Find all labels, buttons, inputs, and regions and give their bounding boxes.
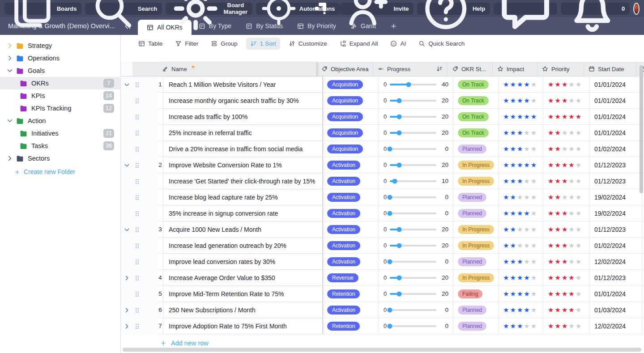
progress-thumb[interactable] — [397, 291, 401, 296]
star-icon[interactable]: ★ — [554, 161, 561, 169]
star-icon[interactable]: ★ — [576, 177, 582, 185]
star-icon[interactable]: ★ — [503, 322, 510, 330]
priority-cell[interactable]: ★★★★★ — [543, 141, 590, 157]
star-icon[interactable]: ★ — [562, 177, 568, 185]
chevron-right-icon[interactable] — [6, 155, 13, 162]
star-icon[interactable]: ★ — [554, 306, 561, 314]
avatar[interactable] — [633, 3, 640, 15]
status-badge[interactable]: Failing — [458, 289, 482, 298]
okr-status-cell[interactable]: On Track — [453, 125, 499, 141]
column-header-impact[interactable]: Impact — [493, 62, 537, 77]
star-icon[interactable]: ★ — [548, 81, 554, 89]
chevron-down-icon[interactable] — [6, 67, 13, 74]
star-icon[interactable]: ★ — [510, 161, 516, 169]
star-icon[interactable]: ★ — [554, 274, 561, 282]
objective-area-cell[interactable]: Activation — [323, 189, 379, 205]
objective-area-cell[interactable]: Activation — [323, 238, 379, 254]
sidebar-item-kpis-tracking[interactable]: KPIs Tracking12 — [0, 102, 120, 115]
star-icon[interactable]: ★ — [548, 242, 554, 250]
progress-slider[interactable] — [390, 100, 436, 102]
name-cell[interactable]: Increase 'Get Started' their click-throu… — [163, 173, 323, 189]
star-icon[interactable]: ★ — [548, 322, 554, 330]
priority-cell[interactable]: ★★★★★ — [543, 254, 590, 270]
star-icon[interactable]: ★ — [554, 225, 561, 234]
toolbar-filter[interactable]: Filter — [171, 38, 202, 50]
objective-area-cell[interactable]: Acquisition — [323, 109, 379, 125]
status-badge[interactable]: On Track — [458, 96, 489, 105]
chevron-right-icon[interactable] — [6, 42, 13, 49]
sidebar-item-sectors[interactable]: Sectors — [0, 152, 120, 165]
progress-thumb[interactable] — [392, 179, 397, 183]
progress-thumb[interactable] — [397, 114, 401, 119]
star-icon[interactable]: ★ — [524, 97, 530, 105]
star-icon[interactable]: ★ — [568, 306, 575, 314]
star-icon[interactable]: ★ — [503, 225, 510, 234]
star-icon[interactable]: ★ — [568, 274, 575, 282]
objective-area-pill[interactable]: Activation — [327, 209, 360, 218]
star-icon[interactable]: ★ — [503, 193, 510, 201]
okr-status-cell[interactable]: In Progress — [453, 221, 499, 238]
star-icon[interactable]: ★ — [568, 129, 575, 137]
drag-handle[interactable] — [132, 238, 141, 254]
star-icon[interactable]: ★ — [576, 290, 582, 298]
star-icon[interactable]: ★ — [517, 145, 524, 153]
impact-cell[interactable]: ★★★★★ — [499, 93, 543, 109]
okr-status-cell[interactable]: Planned — [453, 141, 499, 157]
okr-status-cell[interactable]: Planned — [453, 205, 499, 221]
impact-cell[interactable]: ★★★★★ — [499, 286, 543, 302]
star-icon[interactable]: ★ — [517, 242, 524, 250]
star-icon[interactable]: ★ — [524, 81, 530, 89]
star-icon[interactable]: ★ — [576, 113, 582, 121]
star-icon[interactable]: ★ — [548, 225, 554, 234]
star-icon[interactable]: ★ — [554, 193, 561, 201]
drag-handle[interactable] — [132, 221, 141, 238]
star-icon[interactable]: ★ — [517, 306, 524, 314]
star-icon[interactable]: ★ — [554, 81, 561, 89]
star-icon[interactable]: ★ — [510, 145, 516, 153]
priority-cell[interactable]: ★★★★★ — [543, 189, 590, 205]
star-icon[interactable]: ★ — [517, 258, 524, 266]
star-icon[interactable]: ★ — [524, 129, 530, 137]
name-cell[interactable]: Increase monthly organic search traffic … — [163, 93, 323, 109]
notifications-button[interactable]: 0 — [561, 3, 630, 15]
star-icon[interactable]: ★ — [503, 274, 510, 282]
star-icon[interactable]: ★ — [568, 225, 575, 234]
star-icon[interactable]: ★ — [510, 225, 516, 234]
star-icon[interactable]: ★ — [531, 81, 537, 89]
impact-cell[interactable]: ★★★★★ — [499, 157, 543, 173]
progress-thumb[interactable] — [397, 130, 401, 135]
objective-area-cell[interactable]: Activation — [323, 157, 379, 173]
sidebar-item-operations[interactable]: Operations — [0, 52, 120, 64]
priority-cell[interactable]: ★★★★★ — [543, 77, 590, 93]
progress-slider[interactable] — [390, 293, 436, 295]
okr-status-cell[interactable]: Failing — [453, 286, 499, 302]
status-badge[interactable]: Planned — [458, 209, 486, 218]
name-cell[interactable]: Improve Mid-Term Retention Rate to 75% — [163, 286, 323, 302]
progress-slider[interactable] — [390, 277, 436, 279]
okr-status-cell[interactable]: On Track — [453, 93, 499, 109]
star-icon[interactable]: ★ — [554, 209, 561, 217]
drag-handle[interactable] — [132, 93, 141, 109]
objective-area-pill[interactable]: Acquisition — [327, 128, 363, 137]
name-cell[interactable]: Drive a 20% increase in traffic from soc… — [163, 141, 323, 157]
objective-area-pill[interactable]: Activation — [327, 177, 360, 186]
objective-area-pill[interactable]: Acquisition — [327, 112, 363, 121]
star-icon[interactable]: ★ — [576, 274, 582, 282]
objective-area-pill[interactable]: Revenue — [327, 273, 358, 282]
star-icon[interactable]: ★ — [568, 161, 575, 169]
priority-cell[interactable]: ★★★★★ — [543, 205, 590, 221]
status-badge[interactable]: Planned — [458, 257, 486, 266]
row-expand-toggle[interactable] — [121, 270, 132, 286]
star-icon[interactable]: ★ — [548, 177, 554, 185]
objective-area-pill[interactable]: Acquisition — [327, 96, 363, 105]
objective-area-pill[interactable]: Retention — [327, 289, 360, 298]
column-header-priority[interactable]: Priority — [537, 62, 584, 77]
progress-thumb[interactable] — [397, 162, 401, 167]
priority-cell[interactable]: ★★★★★ — [543, 109, 590, 125]
column-header-name[interactable]: Name★ — [158, 62, 317, 77]
name-cell[interactable]: Improve lead conversion rates by 30% — [163, 254, 323, 270]
progress-thumb[interactable] — [388, 211, 392, 216]
column-header-objective-area[interactable]: Objective Area — [317, 62, 373, 77]
star-icon[interactable]: ★ — [548, 145, 554, 153]
star-icon[interactable]: ★ — [562, 242, 568, 250]
